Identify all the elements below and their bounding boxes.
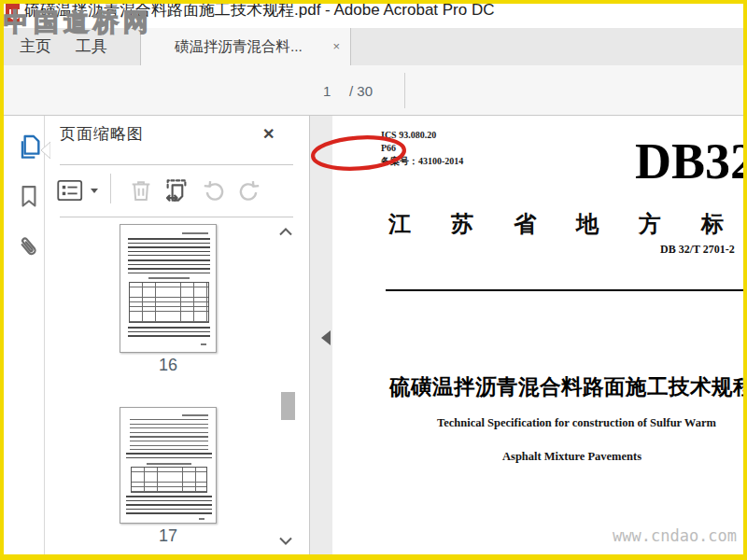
thumbnail-label-17[interactable]: 17 bbox=[120, 526, 217, 546]
thumbnail-table bbox=[131, 467, 207, 493]
delete-page-icon[interactable] bbox=[128, 177, 154, 203]
red-oval-annotation bbox=[310, 134, 407, 172]
tab-home[interactable]: 主页 bbox=[11, 28, 60, 65]
scroll-up-icon[interactable] bbox=[278, 227, 293, 237]
thumbnail-page-16[interactable] bbox=[120, 224, 217, 353]
thumbnail-label-16[interactable]: 16 bbox=[120, 356, 217, 375]
doc-title-en-line1: Technical Specification for construction… bbox=[437, 416, 716, 430]
panel-divider bbox=[60, 217, 293, 217]
tab-document[interactable]: 磺温拌沥青混合料... × bbox=[140, 28, 351, 65]
rotate-left-icon[interactable] bbox=[202, 178, 228, 204]
tab-document-label: 磺温拌沥青混合料... bbox=[175, 28, 303, 65]
thumbnail-table bbox=[129, 282, 209, 323]
doc-horizontal-rule bbox=[386, 289, 743, 291]
thumbnail-text-lines bbox=[130, 419, 208, 451]
page-count-label: / 30 bbox=[349, 83, 373, 99]
yellow-frame: 硫磺温拌沥青混合料路面施工技术规程.pdf - Adobe Acrobat Pr… bbox=[0, 0, 747, 560]
doc-db-mark: DB32 bbox=[635, 133, 743, 190]
rotate-right-icon[interactable] bbox=[235, 178, 261, 204]
document-page[interactable]: ICS 93.080.20 P66 备案号：43100-2014 DB32 江苏… bbox=[332, 116, 743, 554]
bookmarks-panel-icon[interactable] bbox=[16, 183, 42, 209]
thumbnail-text-lines bbox=[199, 518, 204, 520]
thumbnail-text-lines bbox=[182, 414, 208, 416]
thumbnail-text-lines bbox=[128, 327, 210, 340]
scrollbar-thumb[interactable] bbox=[281, 392, 295, 420]
window-title: 硫磺温拌沥青混合料路面施工技术规程.pdf - Adobe Acrobat Pr… bbox=[24, 4, 495, 21]
acrobat-logo-icon bbox=[6, 4, 20, 23]
panel-splitter[interactable] bbox=[310, 116, 332, 554]
thumbnail-text-lines bbox=[126, 453, 212, 461]
thumbnail-text-lines bbox=[182, 232, 208, 234]
thumbnail-page-17[interactable] bbox=[120, 407, 217, 524]
thumbnail-options-icon[interactable] bbox=[56, 177, 88, 203]
crop-page-icon[interactable] bbox=[162, 176, 190, 204]
doc-title-cn: 硫磺温拌沥青混合料路面施工技术规程 bbox=[389, 372, 743, 401]
main-toolbar: 1 / 30 bbox=[4, 65, 743, 116]
site-watermark-bottom: www.cndao.com bbox=[613, 526, 737, 545]
thumbnail-text-lines bbox=[128, 259, 210, 273]
acrobat-window: 硫磺温拌沥青混合料路面施工技术规程.pdf - Adobe Acrobat Pr… bbox=[4, 4, 743, 554]
doc-standard-scope: 江苏省地方标 bbox=[388, 209, 743, 239]
thumbnail-text-lines bbox=[128, 238, 210, 256]
thumbnail-text-lines bbox=[201, 343, 206, 345]
thumbnails-panel-title: 页面缩略图 bbox=[60, 123, 144, 145]
thumbnail-options-caret[interactable] bbox=[91, 189, 98, 193]
toolbar-separator bbox=[404, 73, 405, 108]
attachments-panel-icon[interactable] bbox=[15, 233, 43, 261]
tab-bar: 主页 工具 磺温拌沥青混合料... × bbox=[4, 28, 743, 65]
panel-divider bbox=[60, 164, 293, 165]
active-panel-notch bbox=[39, 141, 50, 160]
thumbnail-text-lines bbox=[147, 463, 191, 465]
doc-standard-number: DB 32/T 2701-2 bbox=[660, 243, 735, 257]
doc-title-en-line2: Asphalt Mixture Pavements bbox=[502, 450, 641, 464]
tab-tools[interactable]: 工具 bbox=[67, 28, 116, 65]
title-bar: 硫磺温拌沥青混合料路面施工技术规程.pdf - Adobe Acrobat Pr… bbox=[4, 4, 743, 28]
thumbnails-panel-close-icon[interactable]: ✕ bbox=[262, 125, 275, 143]
tab-close-icon[interactable]: × bbox=[332, 39, 340, 54]
navigation-icon-strip bbox=[4, 116, 45, 554]
thumbnail-text-lines bbox=[126, 496, 212, 515]
panel-toolbar-separator bbox=[110, 174, 111, 203]
page-number-input[interactable]: 1 bbox=[323, 83, 331, 99]
collapse-panel-icon[interactable] bbox=[314, 330, 331, 345]
thumbnail-text-lines bbox=[148, 277, 190, 279]
scroll-down-icon[interactable] bbox=[278, 536, 293, 546]
